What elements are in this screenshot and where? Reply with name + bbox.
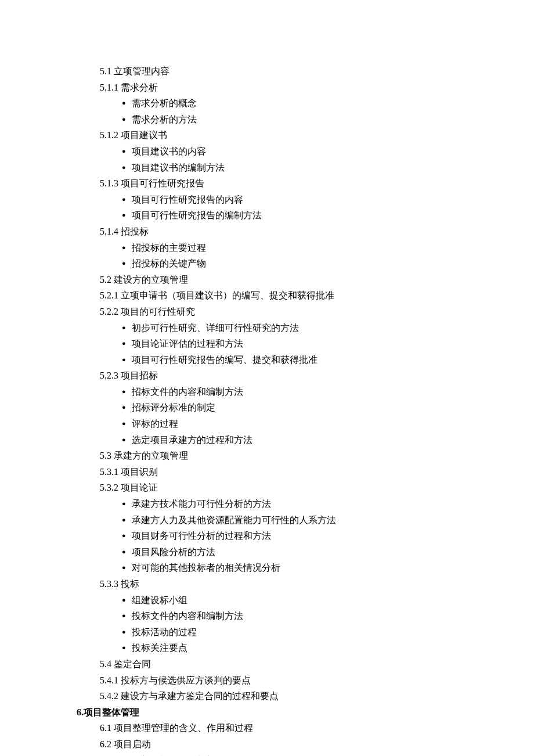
bullet-item: 项目可行性研究报告的编写、提交和获得批准 bbox=[100, 352, 534, 368]
section-6-2: 6.2 项目启动 bbox=[100, 737, 534, 752]
bullet-item: 招标评分标准的制定 bbox=[100, 400, 534, 415]
bullet-item: 项目财务可行性分析的过程和方法 bbox=[100, 528, 534, 543]
section-5-2-3: 5.2.3 项目招标 bbox=[100, 368, 534, 383]
bullet-item: 需求分析的概念 bbox=[100, 96, 534, 111]
section-5-1-3: 5.1.3 项目可行性研究报告 bbox=[100, 176, 534, 191]
section-5-1-2: 5.1.2 项目建议书 bbox=[100, 128, 534, 143]
section-5-3-3: 5.3.3 投标 bbox=[100, 577, 534, 592]
bullet-item: 承建方人力及其他资源配置能力可行性的人系方法 bbox=[100, 513, 534, 528]
bullet-item: 项目可行性研究报告的编制方法 bbox=[100, 208, 534, 223]
bullet-item: 投标活动的过程 bbox=[100, 625, 534, 640]
bullet-item: 需求分析的方法 bbox=[100, 112, 534, 127]
bullet-item: 选定项目承建方的过程和方法 bbox=[100, 433, 534, 448]
bullet-item: 组建设标小组 bbox=[100, 593, 534, 608]
section-5-4-1: 5.4.1 投标方与候选供应方谈判的要点 bbox=[100, 673, 534, 688]
section-5-2: 5.2 建设方的立项管理 bbox=[100, 272, 534, 287]
section-5-4: 5.4 鉴定合同 bbox=[100, 657, 534, 672]
section-5-3-1: 5.3.1 项目识别 bbox=[100, 465, 534, 480]
bullet-item: 对可能的其他投标者的相关情况分析 bbox=[100, 560, 534, 575]
bullet-item: 承建方技术能力可行性分析的方法 bbox=[100, 496, 534, 512]
bullet-item: 招投标的主要过程 bbox=[100, 240, 534, 255]
section-5-3: 5.3 承建方的立项管理 bbox=[100, 448, 534, 463]
section-6-2-1: 6.2.1 项目启动所包括的内容 bbox=[100, 753, 534, 756]
bullet-item: 投标关注要点 bbox=[100, 640, 534, 656]
bullet-item: 项目风险分析的方法 bbox=[100, 545, 534, 560]
section-5-3-2: 5.3.2 项目论证 bbox=[100, 480, 534, 495]
bullet-item: 项目可行性研究报告的内容 bbox=[100, 192, 534, 207]
bullet-item: 初步可行性研究、详细可行性研究的方法 bbox=[100, 321, 534, 336]
document-content: 5.1 立项管理内容 5.1.1 需求分析 需求分析的概念 需求分析的方法 5.… bbox=[0, 64, 534, 756]
section-5-2-1: 5.2.1 立项申请书（项目建议书）的编写、提交和获得批准 bbox=[100, 288, 534, 303]
bullet-item: 评标的过程 bbox=[100, 416, 534, 431]
section-6-1: 6.1 项目整理管理的含义、作用和过程 bbox=[100, 721, 534, 736]
bullet-item: 投标文件的内容和编制方法 bbox=[100, 609, 534, 624]
bullet-item: 招标文件的内容和编制方法 bbox=[100, 384, 534, 399]
section-5-2-2: 5.2.2 项目的可行性研究 bbox=[100, 304, 534, 319]
heading-6: 6.项目整体管理 bbox=[77, 705, 534, 720]
section-5-4-2: 5.4.2 建设方与承建方鉴定合同的过程和要点 bbox=[100, 689, 534, 704]
section-5-1-4: 5.1.4 招投标 bbox=[100, 224, 534, 239]
section-5-1-1: 5.1.1 需求分析 bbox=[100, 80, 534, 95]
bullet-item: 项目论证评估的过程和方法 bbox=[100, 336, 534, 351]
section-5-1: 5.1 立项管理内容 bbox=[100, 64, 534, 79]
bullet-item: 招投标的关键产物 bbox=[100, 256, 534, 271]
bullet-item: 项目建议书的内容 bbox=[100, 144, 534, 159]
bullet-item: 项目建议书的编制方法 bbox=[100, 160, 534, 175]
